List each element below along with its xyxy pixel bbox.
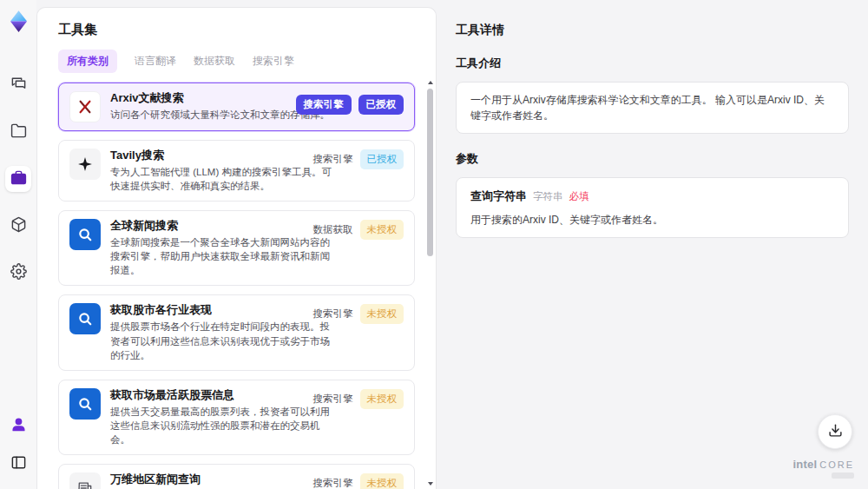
left-icon-rail [0, 0, 36, 489]
tool-title: 获取市场最活跃股票信息 [110, 388, 334, 402]
param-description: 用于搜索的Arxiv ID、关键字或作者姓名。 [470, 212, 834, 228]
tab-all-categories[interactable]: 所有类别 [58, 50, 117, 73]
tool-list: Arxiv文献搜索 访问各个研究领域大量科学论文和文章的存储库。 搜索引擎 已授… [58, 83, 415, 489]
tool-card-global-news[interactable]: 全球新闻搜索 全球新闻搜索是一个聚合全球各大新闻网站内容的搜索引擎，帮助用户快速… [58, 210, 415, 286]
collapse-sidebar-button[interactable] [5, 451, 31, 477]
sidebar-item-tools[interactable] [5, 166, 31, 192]
tab-data-fetching[interactable]: 数据获取 [194, 54, 235, 69]
tool-card-most-active-stocks[interactable]: 获取市场最活跃股票信息 提供当天交易量最高的股票列表，投资者可以利用这些信息来识… [58, 380, 415, 455]
scrollbar-thumb[interactable] [427, 89, 433, 256]
chat-icon [10, 76, 27, 96]
tool-card-regional-news[interactable]: 万维地区新闻查询 查询具体行政区划内的新闻，快速了解各地新闻动 搜索引擎 未授权 [58, 464, 415, 489]
tab-language-translation[interactable]: 语言翻译 [135, 54, 176, 69]
search-logo-icon [69, 219, 101, 250]
tab-search-engine[interactable]: 搜索引擎 [253, 54, 294, 69]
search-logo-icon [69, 303, 101, 334]
cube-icon [10, 216, 27, 236]
category-badge: 搜索引擎 [296, 95, 352, 115]
intel-brand-text: intel [792, 459, 817, 470]
tool-description: 提供当天交易量最高的股票列表，投资者可以利用这些信息来识别流动性强的股票和潜在的… [110, 405, 334, 446]
page-title: 工具集 [58, 22, 415, 38]
tool-intro-box: 一个用于从Arxiv存储库搜索科学论文和文章的工具。 输入可以是Arxiv ID… [456, 82, 849, 134]
user-icon [10, 416, 27, 436]
auth-status-badge: 未授权 [360, 389, 404, 409]
tool-title: Tavily搜索 [110, 149, 334, 162]
newspaper-icon [69, 472, 101, 489]
search-logo-icon [69, 388, 101, 420]
tool-description: 提供股票市场各个行业在特定时间段内的表现。投资者可以利用这些信息来识别表现优于或… [110, 320, 334, 361]
category-badge: 搜索引擎 [313, 393, 353, 406]
sidebar-item-packages[interactable] [5, 213, 31, 239]
tool-card-tavily[interactable]: Tavily搜索 专为人工智能代理 (LLM) 构建的搜索引擎工具。可快速提供实… [58, 140, 415, 202]
tool-title: 全球新闻搜索 [110, 219, 334, 233]
intel-core-logo: intel core [792, 459, 854, 479]
category-badge: 搜索引擎 [313, 477, 353, 489]
scroll-up-arrow-icon[interactable] [428, 81, 433, 84]
param-required-flag: 必填 [569, 189, 589, 204]
list-scrollbar[interactable] [426, 81, 434, 486]
auth-status-badge: 未授权 [360, 473, 404, 489]
tool-card-sector-performance[interactable]: 获取股市各行业表现 提供股票市场各个行业在特定时间段内的表现。投资者可以利用这些… [58, 294, 415, 370]
tool-card-arxiv[interactable]: Arxiv文献搜索 访问各个研究领域大量科学论文和文章的存储库。 搜索引擎 已授… [58, 83, 415, 131]
tool-title: 获取股市各行业表现 [110, 303, 334, 317]
tool-description: 专为人工智能代理 (LLM) 构建的搜索引擎工具。可快速提供实时、准确和真实的结… [110, 165, 334, 193]
category-badge: 搜索引擎 [313, 307, 353, 320]
param-name: 查询字符串 [470, 188, 527, 205]
gear-icon [10, 263, 27, 283]
category-tabs: 所有类别 语言翻译 数据获取 搜索引擎 [58, 50, 415, 72]
auth-status-badge: 已授权 [360, 149, 404, 169]
tool-description: 全球新闻搜索是一个聚合全球各大新闻网站内容的搜索引擎，帮助用户快速获取全球最新资… [110, 235, 334, 277]
tool-detail-panel: 工具详情 工具介绍 一个用于从Arxiv存储库搜索科学论文和文章的工具。 输入可… [437, 0, 868, 489]
download-button[interactable] [818, 414, 852, 449]
briefcase-icon [10, 169, 27, 189]
sidebar-item-files[interactable] [5, 119, 31, 145]
sidebar-item-settings[interactable] [5, 260, 31, 286]
parameter-box: 查询字符串 字符串 必填 用于搜索的Arxiv ID、关键字或作者姓名。 [456, 177, 849, 238]
param-type: 字符串 [533, 189, 563, 204]
scroll-down-arrow-icon[interactable] [428, 482, 433, 486]
tool-list-panel: 工具集 所有类别 语言翻译 数据获取 搜索引擎 Arxiv文献搜索 访问各个研究… [36, 7, 437, 489]
auth-status-badge: 已授权 [358, 95, 404, 115]
auth-status-badge: 未授权 [360, 304, 404, 324]
core-brand-text: core [819, 460, 854, 470]
category-badge: 搜索引擎 [313, 153, 353, 166]
user-avatar-button[interactable] [5, 413, 31, 439]
four-point-star-icon [69, 149, 101, 180]
detail-title: 工具详情 [456, 23, 849, 38]
panel-toggle-icon [10, 454, 27, 474]
category-badge: 数据获取 [313, 223, 353, 236]
intro-section-title: 工具介绍 [456, 56, 849, 71]
arxiv-logo-icon [69, 91, 101, 122]
intel-sub-badge [832, 472, 854, 479]
tool-title: 万维地区新闻查询 [110, 472, 330, 486]
params-section-title: 参数 [456, 151, 849, 167]
folder-icon [10, 122, 27, 142]
auth-status-badge: 未授权 [360, 220, 404, 240]
download-icon [828, 423, 843, 441]
app-logo-icon [5, 8, 31, 34]
sidebar-item-chat[interactable] [5, 72, 31, 98]
